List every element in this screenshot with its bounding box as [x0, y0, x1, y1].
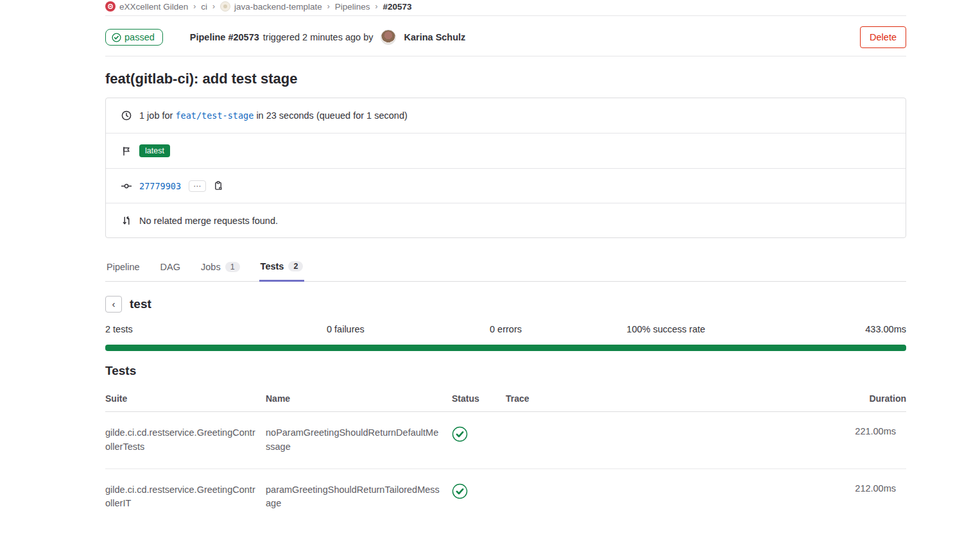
user-avatar[interactable] — [381, 30, 396, 45]
no-merge-requests-text: No related merge requests found. — [139, 216, 278, 226]
success-progress-bar — [105, 345, 906, 351]
column-header-name: Name — [266, 387, 452, 412]
group-avatar-icon — [105, 1, 116, 12]
breadcrumb-subgroup[interactable]: ci — [201, 2, 207, 12]
test-duration-cell: 221.00ms — [823, 412, 906, 469]
pipeline-triggered-text: triggered 2 minutes ago by — [263, 32, 374, 42]
stat-failures: 0 failures — [266, 324, 426, 334]
table-row: gilde.ci.cd.restservice.GreetingControll… — [105, 412, 906, 469]
test-name-cell: paramGreetingShouldReturnTailoredMessage — [266, 468, 452, 525]
tab-pipeline[interactable]: Pipeline — [105, 253, 141, 282]
test-duration-cell: 212.00ms — [823, 468, 906, 525]
tests-table: Suite Name Status Trace Duration gilde.c… — [105, 387, 906, 525]
pipeline-status-badge[interactable]: passed — [105, 29, 163, 46]
test-suite-cell: gilde.ci.cd.restservice.GreetingControll… — [105, 412, 266, 469]
commit-sha-link[interactable]: 27779903 — [139, 181, 181, 191]
column-header-status: Status — [452, 387, 506, 412]
copy-commit-icon[interactable] — [214, 181, 223, 191]
breadcrumb-separator: › — [375, 2, 377, 11]
merge-request-icon — [121, 216, 132, 226]
page-title: feat(gitlab-ci): add test stage — [105, 71, 906, 87]
breadcrumb-pipeline-id: #20573 — [383, 2, 411, 12]
tests-count-badge: 2 — [288, 261, 303, 271]
column-header-suite: Suite — [105, 387, 266, 412]
clock-icon — [121, 110, 132, 121]
table-row: gilde.ci.cd.restservice.GreetingControll… — [105, 468, 906, 525]
latest-row: latest — [106, 133, 906, 168]
status-check-icon — [112, 33, 121, 42]
column-header-duration: Duration — [823, 387, 906, 412]
back-button[interactable]: ‹ — [105, 296, 122, 313]
breadcrumb: eXXcellent Gilden › ci › java-backend-te… — [105, 0, 906, 16]
test-stats-row: 2 tests 0 failures 0 errors 100% success… — [105, 324, 906, 334]
breadcrumb-separator: › — [212, 2, 215, 11]
column-header-trace: Trace — [506, 387, 823, 412]
breadcrumb-group[interactable]: eXXcellent Gilden — [105, 1, 188, 12]
test-suite-name: test — [130, 297, 151, 311]
commit-expand-button[interactable]: ⋯ — [189, 180, 206, 192]
breadcrumb-label: java-backend-template — [234, 2, 322, 12]
test-trace-cell — [506, 412, 823, 469]
tab-label: Pipeline — [107, 262, 140, 272]
tab-dag[interactable]: DAG — [159, 253, 182, 282]
breadcrumb-label: eXXcellent Gilden — [119, 2, 188, 12]
tests-section-heading: Tests — [105, 364, 906, 378]
job-summary-text: 1 job for feat/test-stage in 23 seconds … — [139, 110, 408, 121]
test-suite-header: ‹ test — [105, 296, 906, 313]
tab-label: Tests — [261, 261, 284, 271]
test-suite-cell: gilde.ci.cd.restservice.GreetingControll… — [105, 468, 266, 525]
ref-link[interactable]: feat/test-stage — [175, 110, 254, 121]
pipeline-meta: Pipeline #20573 triggered 2 minutes ago … — [190, 30, 466, 45]
tab-jobs[interactable]: Jobs 1 — [200, 253, 241, 282]
job-summary-row: 1 job for feat/test-stage in 23 seconds … — [106, 98, 906, 133]
pipeline-number: Pipeline #20573 — [190, 32, 259, 42]
tab-tests[interactable]: Tests 2 — [259, 253, 305, 282]
pipeline-author[interactable]: Karina Schulz — [404, 32, 465, 42]
jobs-count-badge: 1 — [225, 262, 240, 272]
tab-label: Jobs — [201, 262, 221, 272]
stat-success-rate: 100% success rate — [586, 324, 746, 334]
delete-button[interactable]: Delete — [860, 26, 906, 48]
job-count-text: 1 job for — [139, 110, 173, 121]
stat-errors: 0 errors — [426, 324, 586, 334]
page-container: eXXcellent Gilden › ci › java-backend-te… — [105, 0, 906, 525]
pipeline-header: passed Pipeline #20573 triggered 2 minut… — [105, 19, 906, 56]
test-passed-icon — [452, 483, 468, 499]
flag-icon — [121, 146, 132, 156]
breadcrumb-project[interactable]: java-backend-template — [220, 1, 322, 12]
test-status-cell — [452, 412, 506, 469]
stat-total-tests: 2 tests — [105, 324, 266, 334]
breadcrumb-separator: › — [193, 2, 196, 11]
breadcrumb-label: Pipelines — [335, 2, 370, 12]
tab-label: DAG — [160, 262, 180, 272]
pipeline-tabs: Pipeline DAG Jobs 1 Tests 2 — [105, 253, 906, 282]
status-badge-label: passed — [125, 32, 155, 42]
test-trace-cell — [506, 468, 823, 525]
breadcrumb-label: ci — [201, 2, 207, 12]
commit-row: 27779903 ⋯ — [106, 168, 906, 203]
job-duration-text: in 23 seconds (queued for 1 second) — [256, 110, 407, 121]
stat-duration: 433.00ms — [746, 324, 906, 334]
merge-requests-row: No related merge requests found. — [106, 203, 906, 237]
test-status-cell — [452, 468, 506, 525]
breadcrumb-pipelines[interactable]: Pipelines — [335, 2, 370, 12]
pipeline-info-box: 1 job for feat/test-stage in 23 seconds … — [105, 98, 906, 238]
test-passed-icon — [452, 426, 468, 442]
project-avatar-icon — [220, 1, 230, 12]
breadcrumb-separator: › — [327, 2, 330, 11]
table-header-row: Suite Name Status Trace Duration — [105, 387, 906, 412]
latest-badge[interactable]: latest — [139, 144, 170, 157]
commit-icon — [121, 182, 132, 190]
test-name-cell: noParamGreetingShouldReturnDefaultMessag… — [266, 412, 452, 469]
